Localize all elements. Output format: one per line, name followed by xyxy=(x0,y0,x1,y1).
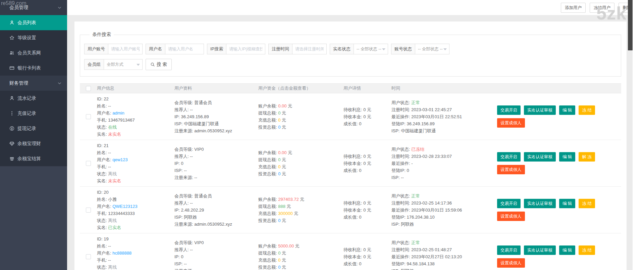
realname-audit-button[interactable]: 实名认证审核 xyxy=(524,152,556,162)
trade-open-button[interactable]: 交易开启 xyxy=(497,245,521,255)
realname-status-field: 实名状态-- 全部状态 -- xyxy=(330,44,388,54)
account-status-select[interactable]: -- 全部状态 -- xyxy=(415,44,449,54)
table-header: 用户信息 用户资料 用户资金（点击金额查看） 用户详情 时间 xyxy=(80,83,621,93)
withdraw-total-amount[interactable]: 0 xyxy=(278,157,280,162)
row-actions-cell: 交易开启实名认证审核编 辑冻 结设置成假人 xyxy=(496,235,621,270)
reg-time-input[interactable] xyxy=(292,44,326,54)
balance-amount[interactable]: 0.00 xyxy=(278,103,286,108)
recharge-total-amount[interactable]: 0 xyxy=(278,258,280,263)
sidebar-item-提现记录[interactable]: 提现记录 xyxy=(0,121,67,136)
recharge-total-amount[interactable]: 0 xyxy=(278,164,280,169)
row-checkbox[interactable] xyxy=(86,254,91,259)
username-link[interactable]: QWE123123 xyxy=(112,204,137,209)
search-button[interactable]: 搜 索 xyxy=(146,59,172,70)
users-icon xyxy=(9,50,14,55)
table-row: ID: 19姓名: --用户名: hc888888手机: --状态: 离线实名:… xyxy=(80,233,621,270)
freeze-button[interactable]: 冻 结 xyxy=(579,105,595,115)
invest-total-amount[interactable]: 0 xyxy=(278,265,280,270)
reg-time-label: 注册时间 xyxy=(269,44,292,54)
freeze-button[interactable]: 冻 结 xyxy=(579,245,595,255)
invest-total-amount[interactable]: 0 xyxy=(278,171,280,176)
card-icon xyxy=(9,65,14,71)
search-row-1: 用户账号用户名IP搜索注册时间实名状态-- 全部状态 --账号状态-- 全部状态… xyxy=(84,44,616,54)
recharge-total-amount[interactable]: 300000 xyxy=(278,211,292,216)
withdraw-total-amount[interactable]: 888 xyxy=(278,204,285,209)
realname-status: 未实名 xyxy=(108,178,121,183)
star-icon xyxy=(9,35,14,40)
realname-status-select[interactable]: -- 全部状态 -- xyxy=(354,44,388,54)
realname-audit-button[interactable]: 实名认证审核 xyxy=(524,199,556,208)
search-panel: 条件搜索 用户账号用户名IP搜索注册时间实名状态-- 全部状态 --账号状态--… xyxy=(80,32,621,77)
freeze-button[interactable]: 冻 结 xyxy=(579,199,595,208)
sidebar-item-label: 提现记录 xyxy=(17,126,36,132)
balance-amount[interactable]: 297403.72 xyxy=(278,197,299,202)
username-link[interactable]: qew123 xyxy=(112,157,128,162)
set-fake-button[interactable]: 设置成假人 xyxy=(497,165,525,174)
invest-total-amount[interactable]: 0 xyxy=(278,125,280,130)
user-status: 正常 xyxy=(411,193,420,198)
set-fake-button[interactable]: 设置成假人 xyxy=(497,212,525,221)
account-status-label: 账号状态 xyxy=(391,44,415,54)
ip-search-label: IP搜索 xyxy=(207,44,226,54)
balance-amount[interactable]: 5000.00 xyxy=(278,243,294,249)
sidebar-item-会员关系网[interactable]: 会员关系网 xyxy=(0,45,67,60)
trade-open-button[interactable]: 交易开启 xyxy=(497,199,521,208)
time-cell: 用户状态: 已冻结注册时间: 2023-02-28 23:33:07最近操作: … xyxy=(390,142,496,184)
sidebar-item-会员列表[interactable]: 会员列表 xyxy=(0,15,67,30)
member-group-select[interactable]: 全部方式 xyxy=(104,59,142,70)
search-row-2: 会员组全部方式 搜 索 xyxy=(84,59,616,70)
realname-audit-button[interactable]: 实名认证审核 xyxy=(524,245,556,255)
trade-open-button[interactable]: 交易开启 xyxy=(497,105,521,115)
trade-open-button[interactable]: 交易开启 xyxy=(497,152,521,162)
table-body: ID: 22姓名: --用户名: admin手机: 13467913467状态:… xyxy=(80,93,621,270)
row-checkbox[interactable] xyxy=(86,208,91,213)
sidebar-item-等级设置[interactable]: 等级设置 xyxy=(0,30,67,45)
edit-button[interactable]: 编 辑 xyxy=(559,152,575,162)
sidebar-item-流水记录[interactable]: 流水记录 xyxy=(0,91,67,106)
withdraw-total-amount[interactable]: 0 xyxy=(278,110,280,116)
user-funds-cell: 账户余额: 297403.72 元提现总额: 888 元充值总额: 300000… xyxy=(257,189,342,231)
invest-total-amount[interactable]: 0 xyxy=(278,218,280,223)
ip-search-input[interactable] xyxy=(226,44,265,54)
set-fake-button[interactable]: 设置成假人 xyxy=(497,258,525,268)
add-user-button[interactable]: 添加用户 xyxy=(561,3,586,13)
table-row: ID: 20姓名: 小雅用户名: QWE123123手机: 1233444333… xyxy=(80,187,621,233)
topbar xyxy=(67,0,644,15)
withdraw-total-amount[interactable]: 0 xyxy=(278,251,280,256)
row-checkbox[interactable] xyxy=(86,114,91,119)
sidebar-item-余额宝理财[interactable]: 余额宝理财 xyxy=(0,136,67,151)
balance-amount[interactable]: 0.00 xyxy=(278,150,286,155)
user-info-cell: ID: 22姓名: --用户名: admin手机: 13467913467状态:… xyxy=(96,95,173,138)
row-actions-cell: 交易开启实名认证审核编 辑冻 结设置成假人 xyxy=(496,95,621,138)
online-status: 在线 xyxy=(108,125,117,130)
online-status: 离线 xyxy=(108,171,117,176)
sidebar-item-label: 会员关系网 xyxy=(17,50,41,56)
sidebar-item-余额宝结算[interactable]: 余额宝结算 xyxy=(0,151,67,166)
edit-button[interactable]: 编 辑 xyxy=(559,199,575,208)
sidebar-group-header[interactable]: 财务管理 xyxy=(0,76,67,91)
scrollbar-thumb[interactable] xyxy=(628,0,633,50)
search-icon xyxy=(150,62,155,67)
recharge-total-amount[interactable]: 0 xyxy=(278,118,280,123)
sidebar-item-label: 充值记录 xyxy=(17,110,36,117)
set-fake-button[interactable]: 设置成假人 xyxy=(497,118,525,128)
username-label: 用户名 xyxy=(146,44,165,54)
col-header-user-funds: 用户资金（点击金额查看） xyxy=(257,85,342,91)
username-input[interactable] xyxy=(165,44,204,54)
user-profile-cell: 会员等级: 普通会员推荐人: --IP: 36.249.156.89ISP: 中… xyxy=(173,95,257,138)
sidebar-item-label: 流水记录 xyxy=(17,95,36,101)
user-detail-cell: 待收利息: 0 元待收本金: 0 元成长值: 0 xyxy=(342,189,390,231)
unfreeze-button[interactable]: 解 冻 xyxy=(579,152,595,162)
select-all-checkbox[interactable] xyxy=(86,86,91,91)
edit-button[interactable]: 编 辑 xyxy=(559,105,575,115)
sidebar-item-银行卡列表[interactable]: 银行卡列表 xyxy=(0,60,67,76)
username-link[interactable]: admin xyxy=(112,110,124,116)
username-link[interactable]: hc888888 xyxy=(112,251,131,256)
realname-status: 未实名 xyxy=(108,132,121,137)
user-account-input[interactable] xyxy=(108,44,142,54)
user-icon xyxy=(9,96,14,101)
realname-audit-button[interactable]: 实名认证审核 xyxy=(524,105,556,115)
edit-button[interactable]: 编 辑 xyxy=(559,245,575,255)
row-checkbox[interactable] xyxy=(86,161,91,166)
sidebar-item-充值记录[interactable]: 充值记录 xyxy=(0,106,67,121)
